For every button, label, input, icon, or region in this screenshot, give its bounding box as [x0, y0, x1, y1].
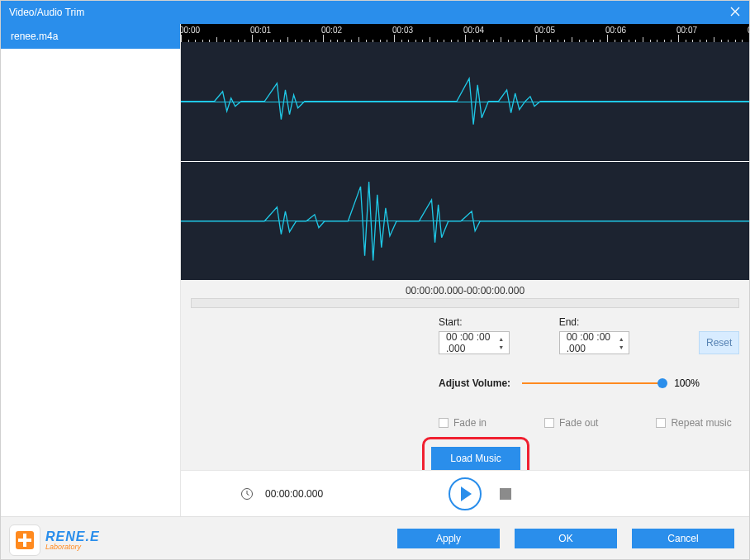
- logo-subtitle: Laboratory: [45, 543, 100, 551]
- footer-bar: RENE.E Laboratory Apply OK Cancel: [1, 516, 749, 559]
- ok-button[interactable]: OK: [515, 529, 617, 548]
- file-sidebar: renee.m4a: [1, 24, 181, 516]
- brand-logo: RENE.E Laboratory: [9, 524, 100, 556]
- selection-range-text: 00:00:00.000-00:00:00.000: [181, 280, 749, 298]
- chevron-down-icon: ▼: [497, 343, 506, 351]
- volume-slider[interactable]: [522, 377, 662, 389]
- play-icon: [461, 486, 472, 501]
- chevron-up-icon: ▲: [497, 335, 506, 343]
- logo-name: RENE.E: [45, 530, 100, 543]
- ruler-tick-label: 00:01: [250, 26, 271, 35]
- close-icon: [730, 7, 740, 17]
- window-title: Video/Audio Trim: [9, 7, 84, 18]
- ruler-tick-label: 00:03: [392, 26, 413, 35]
- play-button[interactable]: [449, 477, 482, 510]
- start-label: Start:: [439, 316, 510, 328]
- waveform-display[interactable]: [181, 42, 749, 280]
- ruler-tick-label: 00:05: [534, 26, 555, 35]
- waveform-channel-2: [181, 161, 749, 281]
- plus-icon: [16, 531, 34, 549]
- repeat-music-checkbox[interactable]: Repeat music: [656, 417, 731, 429]
- chevron-down-icon: ▼: [617, 343, 625, 351]
- ruler-tick-label: 00:04: [463, 26, 484, 35]
- end-time-input[interactable]: 00 :00 :00 .000 ▲▼: [559, 331, 630, 354]
- current-time: 00:00:00.000: [265, 488, 323, 500]
- ruler-tick-label: 00:07: [676, 26, 697, 35]
- end-time-value: 00 :00 :00 .000: [567, 331, 613, 354]
- chevron-up-icon: ▲: [617, 335, 625, 343]
- waveform-channel-1: [181, 42, 749, 161]
- start-spinner[interactable]: ▲▼: [497, 335, 506, 351]
- ruler-tick-label: 00:08: [748, 26, 749, 35]
- ruler-tick-label: 00:06: [605, 26, 626, 35]
- reset-button[interactable]: Reset: [699, 331, 739, 354]
- fade-in-checkbox[interactable]: Fade in: [439, 417, 487, 429]
- repeat-music-label: Repeat music: [671, 417, 731, 429]
- start-time-value: 00 :00 :00 .000: [446, 331, 492, 354]
- apply-button[interactable]: Apply: [397, 529, 500, 548]
- app-window: Video/Audio Trim renee.m4a 00:0000:0100:…: [0, 0, 750, 560]
- scrub-bar[interactable]: [191, 298, 739, 308]
- sidebar-item-label: renee.m4a: [11, 31, 58, 42]
- start-time-input[interactable]: 00 :00 :00 .000 ▲▼: [439, 331, 510, 354]
- load-music-button[interactable]: Load Music: [431, 447, 520, 470]
- main-panel: 00:0000:0100:0200:0300:0400:0500:0600:07…: [181, 24, 749, 516]
- time-ruler[interactable]: 00:0000:0100:0200:0300:0400:0500:0600:07…: [181, 24, 749, 42]
- volume-label: Adjust Volume:: [439, 377, 510, 389]
- sidebar-item-file[interactable]: renee.m4a: [1, 24, 180, 49]
- titlebar: Video/Audio Trim: [1, 1, 749, 24]
- end-spinner[interactable]: ▲▼: [617, 335, 625, 351]
- end-label: End:: [559, 316, 630, 328]
- playback-bar: 00:00:00.000: [181, 470, 749, 516]
- stop-button[interactable]: [500, 488, 511, 500]
- fade-out-checkbox[interactable]: Fade out: [544, 417, 598, 429]
- volume-percent: 100%: [674, 377, 700, 389]
- close-button[interactable]: [728, 4, 743, 19]
- fade-in-label: Fade in: [453, 417, 487, 429]
- ruler-tick-label: 00:02: [321, 26, 342, 35]
- cancel-button[interactable]: Cancel: [632, 529, 734, 548]
- clock-icon: [240, 487, 254, 501]
- fade-out-label: Fade out: [559, 417, 598, 429]
- ruler-tick-label: 00:00: [181, 26, 200, 35]
